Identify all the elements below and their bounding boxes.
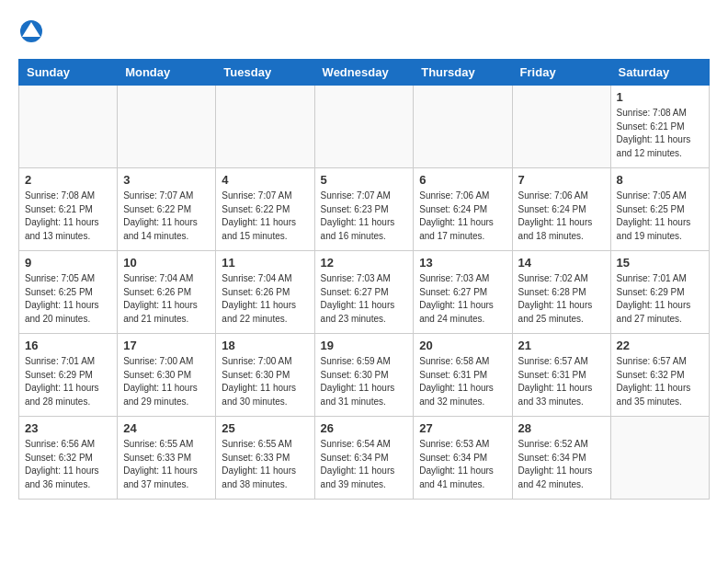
day-info: Sunrise: 7:07 AM Sunset: 6:22 PM Dayligh… xyxy=(222,190,308,243)
calendar-cell: 15Sunrise: 7:01 AM Sunset: 6:29 PM Dayli… xyxy=(610,251,709,334)
calendar-cell: 24Sunrise: 6:55 AM Sunset: 6:33 PM Dayli… xyxy=(118,417,216,500)
calendar-cell: 18Sunrise: 7:00 AM Sunset: 6:30 PM Dayli… xyxy=(216,334,314,417)
day-info: Sunrise: 7:03 AM Sunset: 6:27 PM Dayligh… xyxy=(321,272,408,326)
calendar-cell: 4Sunrise: 7:07 AM Sunset: 6:22 PM Daylig… xyxy=(216,168,314,251)
day-info: Sunrise: 7:06 AM Sunset: 6:24 PM Dayligh… xyxy=(518,190,605,243)
calendar-cell: 23Sunrise: 6:56 AM Sunset: 6:32 PM Dayli… xyxy=(19,417,118,500)
calendar-cell xyxy=(512,86,610,168)
week-row-3: 9Sunrise: 7:05 AM Sunset: 6:25 PM Daylig… xyxy=(19,251,710,334)
day-number: 14 xyxy=(518,256,605,270)
calendar-cell: 28Sunrise: 6:52 AM Sunset: 6:34 PM Dayli… xyxy=(512,417,610,500)
day-number: 19 xyxy=(321,339,408,352)
day-info: Sunrise: 6:57 AM Sunset: 6:31 PM Dayligh… xyxy=(518,355,605,408)
weekday-header-thursday: Thursday xyxy=(414,60,512,86)
calendar-cell: 11Sunrise: 7:04 AM Sunset: 6:26 PM Dayli… xyxy=(216,251,314,334)
weekday-header-friday: Friday xyxy=(512,60,610,86)
weekday-header-wednesday: Wednesday xyxy=(314,60,414,86)
day-info: Sunrise: 7:05 AM Sunset: 6:25 PM Dayligh… xyxy=(25,272,111,326)
day-info: Sunrise: 6:57 AM Sunset: 6:32 PM Dayligh… xyxy=(617,355,703,408)
weekday-header-sunday: Sunday xyxy=(19,60,118,86)
calendar-cell: 13Sunrise: 7:03 AM Sunset: 6:27 PM Dayli… xyxy=(414,251,512,334)
calendar-cell: 16Sunrise: 7:01 AM Sunset: 6:29 PM Dayli… xyxy=(19,334,118,417)
day-info: Sunrise: 7:08 AM Sunset: 6:21 PM Dayligh… xyxy=(617,107,703,160)
day-number: 11 xyxy=(222,256,308,270)
day-info: Sunrise: 6:58 AM Sunset: 6:31 PM Dayligh… xyxy=(419,355,506,408)
day-number: 20 xyxy=(419,339,506,352)
day-number: 18 xyxy=(222,339,308,352)
calendar-cell: 9Sunrise: 7:05 AM Sunset: 6:25 PM Daylig… xyxy=(19,251,118,334)
day-info: Sunrise: 6:53 AM Sunset: 6:34 PM Dayligh… xyxy=(419,438,506,491)
day-number: 6 xyxy=(419,173,506,187)
day-info: Sunrise: 7:03 AM Sunset: 6:27 PM Dayligh… xyxy=(419,272,506,326)
day-info: Sunrise: 7:07 AM Sunset: 6:23 PM Dayligh… xyxy=(321,190,408,243)
day-number: 4 xyxy=(222,173,308,187)
day-number: 9 xyxy=(25,256,111,270)
calendar-cell: 7Sunrise: 7:06 AM Sunset: 6:24 PM Daylig… xyxy=(512,168,610,251)
calendar-cell: 3Sunrise: 7:07 AM Sunset: 6:22 PM Daylig… xyxy=(118,168,216,251)
page-header xyxy=(18,18,710,44)
day-info: Sunrise: 7:04 AM Sunset: 6:26 PM Dayligh… xyxy=(222,272,308,326)
day-info: Sunrise: 7:06 AM Sunset: 6:24 PM Dayligh… xyxy=(419,190,506,243)
day-number: 27 xyxy=(419,421,506,435)
day-info: Sunrise: 6:56 AM Sunset: 6:32 PM Dayligh… xyxy=(25,438,111,491)
week-row-2: 2Sunrise: 7:08 AM Sunset: 6:21 PM Daylig… xyxy=(19,168,710,251)
calendar-cell: 5Sunrise: 7:07 AM Sunset: 6:23 PM Daylig… xyxy=(314,168,414,251)
day-number: 3 xyxy=(123,173,210,187)
day-number: 21 xyxy=(518,339,605,352)
calendar-cell: 25Sunrise: 6:55 AM Sunset: 6:33 PM Dayli… xyxy=(216,417,314,500)
day-info: Sunrise: 6:52 AM Sunset: 6:34 PM Dayligh… xyxy=(518,438,605,491)
week-row-5: 23Sunrise: 6:56 AM Sunset: 6:32 PM Dayli… xyxy=(19,417,710,500)
day-info: Sunrise: 6:54 AM Sunset: 6:34 PM Dayligh… xyxy=(321,438,408,491)
day-number: 26 xyxy=(321,421,408,435)
day-info: Sunrise: 7:01 AM Sunset: 6:29 PM Dayligh… xyxy=(25,355,111,408)
day-number: 12 xyxy=(321,256,408,270)
week-row-4: 16Sunrise: 7:01 AM Sunset: 6:29 PM Dayli… xyxy=(19,334,710,417)
weekday-header-row: SundayMondayTuesdayWednesdayThursdayFrid… xyxy=(19,60,710,86)
day-info: Sunrise: 7:02 AM Sunset: 6:28 PM Dayligh… xyxy=(518,272,605,326)
day-number: 15 xyxy=(617,256,703,270)
calendar-cell xyxy=(414,86,512,168)
weekday-header-tuesday: Tuesday xyxy=(216,60,314,86)
day-number: 7 xyxy=(518,173,605,187)
day-number: 10 xyxy=(123,256,210,270)
logo-icon xyxy=(18,18,44,44)
weekday-header-saturday: Saturday xyxy=(610,60,709,86)
day-info: Sunrise: 6:55 AM Sunset: 6:33 PM Dayligh… xyxy=(222,438,308,491)
calendar-cell xyxy=(610,417,709,500)
calendar-table: SundayMondayTuesdayWednesdayThursdayFrid… xyxy=(18,59,710,500)
day-number: 5 xyxy=(321,173,408,187)
day-info: Sunrise: 7:00 AM Sunset: 6:30 PM Dayligh… xyxy=(222,355,308,408)
calendar-cell: 8Sunrise: 7:05 AM Sunset: 6:25 PM Daylig… xyxy=(610,168,709,251)
day-number: 13 xyxy=(419,256,506,270)
calendar-cell: 21Sunrise: 6:57 AM Sunset: 6:31 PM Dayli… xyxy=(512,334,610,417)
day-number: 8 xyxy=(617,173,703,187)
calendar-cell xyxy=(314,86,414,168)
day-number: 24 xyxy=(123,421,210,435)
calendar-cell: 26Sunrise: 6:54 AM Sunset: 6:34 PM Dayli… xyxy=(314,417,414,500)
day-number: 23 xyxy=(25,421,111,435)
day-number: 16 xyxy=(25,339,111,352)
calendar-cell xyxy=(118,86,216,168)
day-info: Sunrise: 7:05 AM Sunset: 6:25 PM Dayligh… xyxy=(617,190,703,243)
week-row-1: 1Sunrise: 7:08 AM Sunset: 6:21 PM Daylig… xyxy=(19,86,710,168)
day-number: 2 xyxy=(25,173,111,187)
day-number: 22 xyxy=(617,339,703,352)
calendar-cell: 22Sunrise: 6:57 AM Sunset: 6:32 PM Dayli… xyxy=(610,334,709,417)
calendar-cell: 20Sunrise: 6:58 AM Sunset: 6:31 PM Dayli… xyxy=(414,334,512,417)
calendar-cell: 27Sunrise: 6:53 AM Sunset: 6:34 PM Dayli… xyxy=(414,417,512,500)
day-info: Sunrise: 6:59 AM Sunset: 6:30 PM Dayligh… xyxy=(321,355,408,408)
day-info: Sunrise: 7:00 AM Sunset: 6:30 PM Dayligh… xyxy=(123,355,210,408)
day-info: Sunrise: 7:04 AM Sunset: 6:26 PM Dayligh… xyxy=(123,272,210,326)
calendar-cell: 6Sunrise: 7:06 AM Sunset: 6:24 PM Daylig… xyxy=(414,168,512,251)
calendar-cell: 14Sunrise: 7:02 AM Sunset: 6:28 PM Dayli… xyxy=(512,251,610,334)
calendar-cell: 1Sunrise: 7:08 AM Sunset: 6:21 PM Daylig… xyxy=(610,86,709,168)
day-info: Sunrise: 7:08 AM Sunset: 6:21 PM Dayligh… xyxy=(25,190,111,243)
logo xyxy=(18,18,48,44)
calendar-cell: 17Sunrise: 7:00 AM Sunset: 6:30 PM Dayli… xyxy=(118,334,216,417)
calendar-cell xyxy=(216,86,314,168)
calendar-cell: 12Sunrise: 7:03 AM Sunset: 6:27 PM Dayli… xyxy=(314,251,414,334)
day-info: Sunrise: 7:01 AM Sunset: 6:29 PM Dayligh… xyxy=(617,272,703,326)
calendar-cell: 19Sunrise: 6:59 AM Sunset: 6:30 PM Dayli… xyxy=(314,334,414,417)
calendar-cell: 10Sunrise: 7:04 AM Sunset: 6:26 PM Dayli… xyxy=(118,251,216,334)
weekday-header-monday: Monday xyxy=(118,60,216,86)
